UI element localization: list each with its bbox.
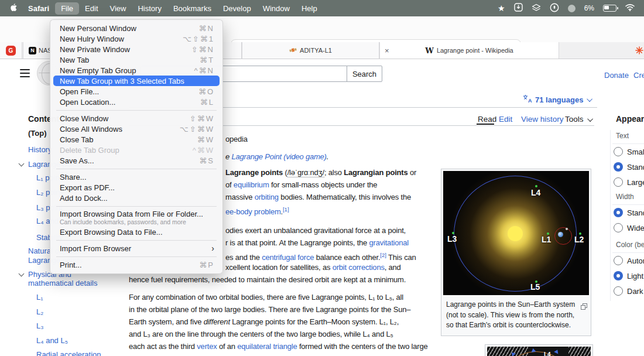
wiki-link[interactable]: orbiting <box>255 193 279 201</box>
file-menu-item[interactable]: Open Location...⌘L <box>50 97 222 107</box>
file-menu-item[interactable]: Close Tab⌘W <box>50 134 222 145</box>
donate-link[interactable]: Donate <box>604 71 629 80</box>
radio-option-standard[interactable]: Standard <box>612 205 644 220</box>
starburst-favicon[interactable] <box>635 46 643 57</box>
menu-bar-item-file[interactable]: File <box>55 2 79 15</box>
lagrange-diagram-image[interactable]: L4L3L1L2L5 <box>443 171 589 295</box>
file-menu-item[interactable]: Save As...⌘S <box>50 155 222 166</box>
toc-item[interactable]: L₂ <box>36 307 43 316</box>
menu-bar-item-history[interactable]: History <box>132 2 167 15</box>
radio-button[interactable] <box>614 147 623 156</box>
wiki-link[interactable]: orbit corrections <box>333 263 385 272</box>
toc-item[interactable]: mathematical details <box>28 279 98 287</box>
radio-button[interactable] <box>614 271 623 280</box>
radio-button[interactable] <box>614 256 623 265</box>
article-text: bodies. Mathematically, this involves th… <box>279 193 411 201</box>
menu-bar-item-help[interactable]: Help <box>296 2 323 15</box>
toc-item[interactable]: (Top) <box>28 129 47 138</box>
hamburger-menu-icon[interactable] <box>20 69 30 80</box>
file-menu-item[interactable]: Open File...⌘O <box>50 86 222 97</box>
expand-figure-icon[interactable] <box>581 302 587 312</box>
wiki-link[interactable]: centrifugal force <box>262 253 314 262</box>
wiki-link[interactable]: (video game) <box>283 152 326 161</box>
article-text: or <box>407 168 416 177</box>
tab-tools[interactable]: Tools <box>565 115 584 124</box>
file-menu-item[interactable]: Print...⌘P <box>50 259 222 270</box>
create-account-link[interactable]: Create account <box>633 71 644 80</box>
menu-bar-item-view[interactable]: View <box>104 2 132 15</box>
file-menu-item[interactable]: Export as PDF... <box>50 182 222 193</box>
favorites-star-icon[interactable]: ★ <box>498 4 505 13</box>
file-menu-item[interactable]: New Tab⌘T <box>50 54 222 65</box>
figure-lagrange-diagram[interactable]: L4L3L1L2L5 Lagrange points in the Sun–Ea… <box>441 169 591 336</box>
password-manager-icon[interactable] <box>550 3 559 14</box>
radio-option-standard[interactable]: Standard <box>612 159 644 174</box>
apple-menu-icon[interactable] <box>11 4 19 13</box>
toc-item[interactable]: L₄ and L₅ <box>36 336 68 345</box>
radio-option-small[interactable]: Small <box>612 144 644 159</box>
file-menu-item[interactable]: Add to Dock... <box>50 193 222 203</box>
file-menu-dropdown: New Personal Window⌘NNew Hulry Window⌥⇧⌘… <box>50 19 223 274</box>
file-menu-item[interactable]: New Private Window⇧⌘N <box>50 44 222 54</box>
wiki-link[interactable]: ee-body problem <box>225 207 281 216</box>
toc-item[interactable]: Radial acceleration <box>36 350 101 356</box>
article-text: ( <box>283 168 287 177</box>
radio-option-automatic[interactable]: Automatic <box>612 253 644 268</box>
languages-selector[interactable]: A 71 languages <box>523 94 592 105</box>
tab-view-history[interactable]: View history <box>521 115 564 124</box>
close-tab-icon[interactable]: × <box>385 46 389 55</box>
focus-mode-icon[interactable] <box>568 5 576 12</box>
toc-item[interactable]: L₃ <box>36 321 44 330</box>
wiki-link[interactable]: equilateral triangle <box>237 342 297 351</box>
menu-bar-item-develop[interactable]: Develop <box>217 2 257 15</box>
radio-button[interactable] <box>614 286 623 296</box>
menu-bar-item-safari[interactable]: Safari <box>22 2 55 15</box>
tab-edit[interactable]: Edit <box>499 115 512 124</box>
menu-bar-item-bookmarks[interactable]: Bookmarks <box>167 2 217 15</box>
wiki-link[interactable]: Lagrange Point <box>231 152 281 161</box>
wiki-link[interactable]: vertex <box>197 342 217 351</box>
menu-bar-item-window[interactable]: Window <box>257 2 296 15</box>
pinned-tab[interactable]: G <box>0 42 22 59</box>
radio-option-light[interactable]: Light <box>612 268 644 283</box>
file-menu-item[interactable]: Close All Windows⌥⇧⌘W <box>50 124 222 134</box>
toc-item[interactable]: L₁ <box>36 293 43 302</box>
file-menu-item[interactable]: Import Browsing Data from File or Folder… <box>50 209 222 227</box>
radio-option-large[interactable]: Large <box>612 174 644 190</box>
download-box-icon[interactable] <box>514 3 523 13</box>
wiki-link[interactable]: [1] <box>283 206 289 213</box>
file-menu-item[interactable]: Share... <box>50 172 222 182</box>
wiki-link[interactable]: equilibrium <box>234 180 269 189</box>
figure-potential-contour[interactable]: L4 <box>485 344 593 356</box>
file-menu-item[interactable]: New Personal Window⌘N <box>50 23 222 33</box>
tab-aditya[interactable]: ADITYA-L1 <box>242 42 379 59</box>
toc-collapse-icon[interactable] <box>19 161 25 167</box>
article-text: es and the <box>225 253 262 262</box>
wiki-link[interactable]: gravitational <box>369 238 409 247</box>
file-menu-item[interactable]: Close Window⇧⌘W <box>50 113 222 124</box>
menu-item-label: New Hulry Window <box>60 35 124 43</box>
tab-lagrange-active[interactable]: × W Lagrange point - Wikipedia <box>379 42 559 59</box>
radio-button[interactable] <box>614 162 623 172</box>
toc-collapse-icon[interactable] <box>19 271 25 277</box>
article-line: each act as the third vertex of an equil… <box>129 342 428 351</box>
file-menu-item[interactable]: Import From Browser› <box>50 243 222 254</box>
search-button[interactable]: Search <box>347 66 382 82</box>
menu-bar-item-edit[interactable]: Edit <box>79 2 104 15</box>
file-menu-item[interactable]: New Empty Tab Group^⌘N <box>50 65 222 76</box>
stage-manager-icon[interactable] <box>532 4 541 13</box>
radio-button[interactable] <box>614 223 623 232</box>
radio-option-dark[interactable]: Dark <box>612 283 644 299</box>
wiki-link[interactable]: [2] <box>380 252 386 258</box>
wifi-icon[interactable] <box>625 4 635 13</box>
radio-button[interactable] <box>614 208 623 217</box>
file-menu-item[interactable]: New Hulry Window⌥⇧⌘1 <box>50 33 222 44</box>
appearance-section: Color (beta)AutomaticLightDark <box>612 241 644 299</box>
radio-button[interactable] <box>614 177 623 187</box>
menu-item-shortcut: ⇧⌘W <box>190 114 214 123</box>
file-menu-item[interactable]: New Tab Group with 3 Selected Tabs <box>53 76 220 86</box>
tab-read[interactable]: Read <box>478 115 496 124</box>
file-menu-item[interactable]: Export Browsing Data to File... <box>50 227 222 237</box>
radio-option-wide[interactable]: Wide <box>612 220 644 235</box>
toc-item[interactable]: History <box>28 145 52 154</box>
